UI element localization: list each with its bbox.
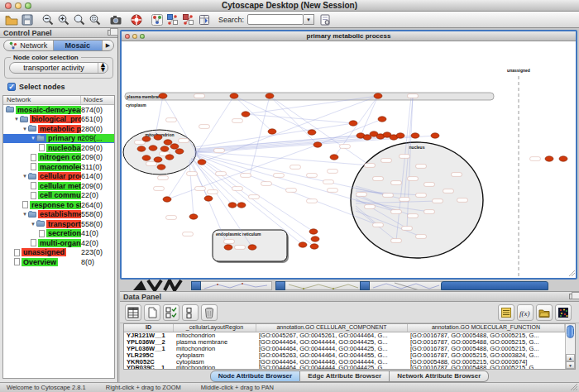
tree-col-nodes[interactable]: Nodes xyxy=(81,96,114,104)
tree-row[interactable]: multi-organism pro42(0) xyxy=(3,238,114,248)
col-cellular[interactable]: annotation.GO CELLULAR_COMPONENT xyxy=(256,324,408,332)
heatmap-icon[interactable] xyxy=(555,304,572,321)
network-node[interactable] xyxy=(545,156,553,161)
expand-arrow-icon[interactable]: ▼ xyxy=(31,136,36,141)
network-node[interactable] xyxy=(268,129,276,134)
new-attribute-icon[interactable] xyxy=(144,304,160,321)
network-node[interactable] xyxy=(266,93,274,98)
help-icon[interactable] xyxy=(129,12,143,26)
tree-row[interactable]: nucleobase-209(0) xyxy=(3,143,114,153)
zoom-out-icon[interactable] xyxy=(41,12,55,26)
tree-row[interactable]: ▼cellular process614(0) xyxy=(3,172,114,182)
network-node[interactable] xyxy=(224,245,232,250)
tab-network-attribute-browser[interactable]: Network Attribute Browser xyxy=(390,370,489,382)
snapshot-icon[interactable] xyxy=(108,12,122,26)
network-node[interactable] xyxy=(198,160,206,165)
network-node[interactable] xyxy=(142,155,151,160)
node-color-dropdown[interactable]: transporter activity ▲▼ xyxy=(9,62,108,74)
tree-row[interactable]: response to stimulu264(0) xyxy=(3,200,114,210)
tree-row[interactable]: cell communicat22(0) xyxy=(3,191,114,201)
table-row[interactable]: YDR039C__1mitochondrion[GO:0044464, GO:0… xyxy=(124,365,565,369)
zoom-in-icon[interactable] xyxy=(56,12,70,26)
new-network-from-selected-nodes-icon[interactable] xyxy=(165,12,179,26)
tree-row[interactable]: mosaic-demo-yeast874(0) xyxy=(3,105,114,115)
float-panel-icon[interactable] xyxy=(569,294,576,299)
attribute-grid-icon[interactable] xyxy=(125,304,141,321)
new-network-from-selected-edges-icon[interactable] xyxy=(181,12,195,26)
network-node[interactable] xyxy=(204,196,213,201)
background-window-fragment[interactable] xyxy=(360,281,443,290)
plasma-membrane-region[interactable] xyxy=(125,93,494,100)
network-node[interactable] xyxy=(159,93,167,98)
search-input[interactable] xyxy=(247,14,304,25)
network-node[interactable] xyxy=(142,136,151,141)
network-node[interactable] xyxy=(411,133,419,138)
tab-node-attribute-browser[interactable]: Node Attribute Browser xyxy=(210,370,301,382)
zoom-fit-icon[interactable] xyxy=(72,12,86,26)
expand-arrow-icon[interactable]: ▼ xyxy=(22,127,27,131)
background-window-fragment[interactable] xyxy=(191,281,272,290)
network-node[interactable] xyxy=(154,135,162,140)
network-node[interactable] xyxy=(374,93,382,98)
table-scrollbar[interactable]: ▲ ▼ xyxy=(565,324,575,369)
network-node[interactable] xyxy=(230,93,238,98)
network-node[interactable] xyxy=(310,244,318,249)
network-node[interactable] xyxy=(228,203,237,208)
tab-overflow-button[interactable]: ▶ xyxy=(103,41,113,50)
scroll-down-button[interactable]: ▼ xyxy=(566,361,575,369)
network-canvas[interactable]: plasma membranecytoplasmmitochondrionnuc… xyxy=(122,41,576,278)
search-dropdown-button[interactable]: ▼ xyxy=(304,14,314,25)
col-region[interactable]: _cellularLayoutRegion xyxy=(174,324,256,332)
network-node[interactable] xyxy=(149,146,157,151)
tree-row[interactable]: Overview8(0) xyxy=(3,257,114,267)
scroll-up-button[interactable]: ▲ xyxy=(566,354,575,361)
tree-row[interactable]: ▼biological_process651(0) xyxy=(3,115,114,125)
background-window-fragment[interactable] xyxy=(441,281,548,290)
network-node[interactable] xyxy=(349,121,357,126)
expand-arrow-icon[interactable]: ▼ xyxy=(22,174,27,179)
tree-row[interactable]: macromolecule311(0) xyxy=(3,162,114,172)
tree-row[interactable]: cellular metabol209(0) xyxy=(3,181,114,191)
expand-arrow-icon[interactable]: ▼ xyxy=(22,212,27,217)
zoom-selected-icon[interactable] xyxy=(88,12,102,26)
network-node[interactable] xyxy=(157,165,165,170)
network-node[interactable] xyxy=(137,146,146,151)
network-node[interactable] xyxy=(378,117,386,122)
network-node[interactable] xyxy=(154,157,162,162)
network-node[interactable] xyxy=(559,156,567,161)
network-node[interactable] xyxy=(248,245,256,250)
tree-row[interactable]: ▼metabolic process280(0) xyxy=(3,124,114,134)
col-molecular[interactable]: annotation.GO MOLECULAR_FUNCTION xyxy=(408,324,565,332)
import-table-icon[interactable] xyxy=(197,12,211,26)
network-node[interactable] xyxy=(164,140,172,145)
attribute-list-icon[interactable] xyxy=(498,304,514,321)
scrollbar-thumb[interactable] xyxy=(567,325,574,338)
network-node[interactable] xyxy=(170,144,179,149)
expand-arrow-icon[interactable]: ▼ xyxy=(14,117,19,122)
unselect-attributes-icon[interactable] xyxy=(182,304,199,321)
network-node[interactable] xyxy=(313,142,322,147)
search-config-icon[interactable] xyxy=(318,12,332,26)
tab-network[interactable]: Network xyxy=(4,41,54,50)
network-node[interactable] xyxy=(175,149,184,154)
tree-row[interactable]: ▼primary metabo209(... xyxy=(3,134,114,144)
network-node[interactable] xyxy=(311,237,319,241)
delete-attribute-icon[interactable] xyxy=(201,304,218,321)
tab-mosaic[interactable]: Mosaic xyxy=(54,41,103,50)
tree-row[interactable]: secretion41(0) xyxy=(3,229,114,239)
network-node[interactable] xyxy=(308,130,316,135)
network-window-titlebar[interactable]: primary metabolic process xyxy=(122,31,576,41)
formula-builder-icon[interactable]: f(x) xyxy=(517,304,534,321)
network-node[interactable] xyxy=(396,133,404,138)
network-node[interactable] xyxy=(189,214,198,219)
network-node[interactable] xyxy=(165,155,174,160)
col-id[interactable]: ID xyxy=(124,324,174,332)
network-node[interactable] xyxy=(163,197,171,202)
vizmapper-icon[interactable] xyxy=(150,12,164,26)
tree-row[interactable]: unassigned223(0) xyxy=(3,248,114,258)
tree-row[interactable]: ▼transport558(0) xyxy=(3,219,114,229)
resize-grip[interactable] xyxy=(570,383,578,391)
network-node[interactable] xyxy=(299,242,307,247)
tree-row[interactable]: nitrogen compo209(0) xyxy=(3,153,114,163)
network-node[interactable] xyxy=(237,203,246,208)
